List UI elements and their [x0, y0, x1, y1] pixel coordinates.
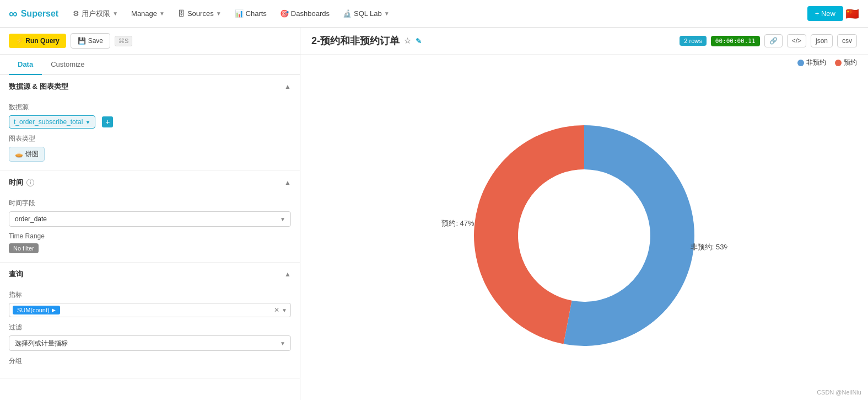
chevron-up-icon: ▲ — [284, 83, 291, 90]
nav-sql-lab[interactable]: 🔬 SQL Lab ▼ — [337, 6, 395, 21]
chart-type-field-label: 图表类型 — [9, 134, 291, 143]
app-logo[interactable]: ∞ Superset — [9, 7, 58, 21]
code-button[interactable]: </> — [787, 34, 806, 47]
add-datasource-button[interactable]: + — [102, 116, 113, 127]
tab-customize[interactable]: Customize — [42, 55, 93, 75]
edit-icon[interactable]: ✎ — [416, 37, 422, 45]
chart-title: 2-预约和非预约订单 ☆ ✎ — [311, 34, 422, 47]
save-icon: 💾 — [78, 37, 86, 45]
nav-sources[interactable]: 🗄 Sources ▼ — [172, 6, 227, 21]
dashboard-icon: 🎯 — [280, 9, 289, 18]
svg-text:预约: 47%: 预约: 47% — [441, 218, 475, 227]
chart-area: 非预约: 53%预约: 47% CSDN @NeilNiu — [300, 71, 868, 400]
watermark: CSDN @NeilNiu — [817, 389, 861, 396]
toolbar: ⚡ Run Query 💾 💾 Save Save ⌘S — [0, 28, 300, 55]
tab-data[interactable]: Data — [9, 55, 42, 75]
top-navigation: ∞ Superset ⚙ 用户权限 ▼ Manage ▼ 🗄 Sources ▼… — [0, 0, 868, 28]
legend-non-reserved: 非预约 — [797, 58, 826, 67]
nav-manage[interactable]: Manage ▼ — [126, 6, 170, 21]
metric-clear-button[interactable]: ✕ — [274, 306, 279, 314]
donut-svg: 非预约: 53%预约: 47% — [441, 92, 727, 379]
language-flag[interactable]: 🇨🇳 — [845, 7, 859, 20]
chevron-up-icon: ▲ — [284, 179, 291, 186]
json-button[interactable]: json — [811, 34, 833, 47]
legend-dot-reserved — [835, 60, 842, 66]
chevron-down-icon: ▼ — [159, 10, 165, 17]
chart-type-badge[interactable]: 🥧 饼图 — [9, 147, 45, 162]
logo-icon: ∞ — [9, 7, 18, 21]
run-query-button[interactable]: ⚡ Run Query — [9, 34, 66, 48]
chart-panel: 2-预约和非预约订单 ☆ ✎ 2 rows 00:00:00.11 🔗 </> … — [300, 28, 868, 400]
datasource-field-label: 数据源 — [9, 103, 291, 112]
query-section-body: 指标 SUM(count) ▶ ✕ ▼ 过滤 选择列或计量指标 — [0, 286, 300, 378]
nav-user-permissions[interactable]: ⚙ 用户权限 ▼ — [67, 6, 123, 22]
time-field-label: 时间字段 — [9, 199, 291, 208]
chart-header: 2-预约和非预约订单 ☆ ✎ 2 rows 00:00:00.11 🔗 </> … — [300, 28, 868, 55]
time-section-body: 时间字段 order_date Time Range No filter — [0, 194, 300, 262]
csv-button[interactable]: csv — [837, 34, 857, 47]
time-section: 时间 i ▲ 时间字段 order_date Time Range No fil… — [0, 171, 300, 263]
group-field-label: 分组 — [9, 356, 291, 366]
legend-reserved: 预约 — [835, 58, 857, 67]
app-name: Superset — [21, 9, 58, 19]
time-range-badge[interactable]: No filter — [9, 243, 39, 253]
metric-badge[interactable]: SUM(count) ▶ — [13, 306, 60, 314]
settings-icon: ⚙ — [73, 9, 79, 18]
chart-icon: 📊 — [235, 9, 244, 18]
donut-chart: 非预约: 53%预约: 47% — [441, 92, 727, 379]
star-icon[interactable]: ☆ — [404, 36, 411, 45]
keyboard-shortcut: ⌘S — [115, 36, 132, 46]
lab-icon: 🔬 — [343, 9, 352, 18]
metric-field-label: 指标 — [9, 290, 291, 300]
datasource-section: 数据源 & 图表类型 ▲ 数据源 t_order_subscribe_total… — [0, 75, 300, 171]
panel-content: 数据源 & 图表类型 ▲ 数据源 t_order_subscribe_total… — [0, 75, 300, 400]
chevron-down-icon: ▼ — [112, 10, 118, 17]
info-icon: i — [26, 179, 34, 186]
play-icon: ▶ — [52, 307, 56, 313]
chevron-up-icon: ▲ — [284, 270, 291, 278]
pie-chart-icon: 🥧 — [15, 151, 23, 158]
database-icon: 🗄 — [178, 9, 185, 18]
chevron-down-icon: ▼ — [282, 307, 287, 313]
filter-select[interactable]: 选择列或计量指标 — [9, 335, 291, 351]
time-section-header[interactable]: 时间 i ▲ — [0, 171, 300, 194]
datasource-section-header[interactable]: 数据源 & 图表类型 ▲ — [0, 75, 300, 98]
chevron-down-icon: ▼ — [85, 119, 90, 125]
chevron-down-icon: ▼ — [216, 10, 222, 17]
nav-charts[interactable]: 📊 Charts — [229, 6, 272, 21]
rows-badge: 2 rows — [680, 36, 706, 46]
chart-legend: 非预约 预约 — [300, 55, 868, 71]
time-field-select[interactable]: order_date — [9, 211, 291, 227]
save-button[interactable]: 💾 💾 Save Save — [71, 33, 110, 49]
legend-dot-non-reserved — [797, 60, 804, 66]
share-button[interactable]: 🔗 — [764, 34, 783, 47]
chevron-down-icon: ▼ — [384, 10, 390, 17]
tab-bar: Data Customize — [0, 55, 300, 75]
metric-row: SUM(count) ▶ ✕ ▼ — [9, 303, 291, 317]
svg-text:非预约: 53%: 非预约: 53% — [691, 243, 727, 251]
nav-dashboards[interactable]: 🎯 Dashboards — [274, 6, 335, 21]
new-button[interactable]: + New — [807, 6, 843, 21]
filter-field-label: 过滤 — [9, 323, 291, 332]
time-range-label: Time Range — [9, 232, 291, 240]
datasource-select[interactable]: t_order_subscribe_total ▼ — [9, 115, 95, 129]
query-section-header[interactable]: 查询 ▲ — [0, 263, 300, 286]
execution-time-badge: 00:00:00.11 — [711, 36, 760, 46]
query-section: 查询 ▲ 指标 SUM(count) ▶ ✕ ▼ 过滤 — [0, 263, 300, 378]
datasource-section-body: 数据源 t_order_subscribe_total ▼ + 图表类型 🥧 饼… — [0, 98, 300, 170]
